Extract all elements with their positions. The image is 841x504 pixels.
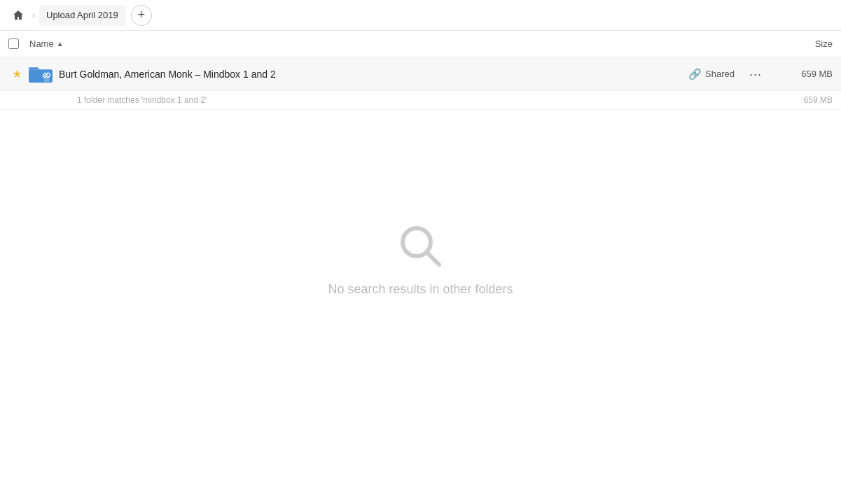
- breadcrumb-bar: › Upload April 2019 +: [0, 0, 841, 31]
- file-size-text: 659 MB: [801, 69, 833, 79]
- add-button[interactable]: +: [131, 5, 152, 26]
- shared-label-text: Shared: [705, 69, 735, 79]
- current-folder-label: Upload April 2019: [46, 10, 118, 20]
- file-list-item[interactable]: ★ Burt Goldman, American Monk – Mindbox …: [0, 57, 841, 91]
- breadcrumb-separator: ›: [32, 10, 35, 20]
- shared-badge: 🔗 Shared: [688, 68, 735, 80]
- empty-search-icon: [396, 222, 445, 271]
- match-info-text: 1 folder matches 'mindbox 1 and 2': [77, 95, 777, 105]
- more-icon: ···: [749, 68, 762, 80]
- svg-rect-2: [44, 75, 50, 81]
- current-folder-breadcrumb[interactable]: Upload April 2019: [39, 5, 125, 26]
- empty-state-text: No search results in other folders: [328, 282, 513, 296]
- match-info-size-text: 659 MB: [804, 95, 833, 105]
- select-all-checkbox-cell[interactable]: [8, 38, 29, 49]
- column-header-row: Name ▲ Size: [0, 31, 841, 57]
- name-column-label: Name: [29, 38, 54, 49]
- svg-line-4: [426, 252, 439, 265]
- name-column-header[interactable]: Name ▲: [29, 38, 763, 49]
- match-info-label: 1 folder matches 'mindbox 1 and 2': [77, 95, 207, 105]
- empty-state-message: No search results in other folders: [328, 282, 513, 297]
- folder-icon: [28, 62, 53, 87]
- add-icon: +: [137, 8, 145, 22]
- star-button[interactable]: ★: [8, 67, 25, 80]
- star-icon: ★: [12, 67, 22, 80]
- link-icon: 🔗: [688, 68, 702, 80]
- size-column-label: Size: [815, 38, 833, 49]
- home-breadcrumb[interactable]: [8, 6, 28, 25]
- size-column-header: Size: [763, 38, 833, 49]
- match-info-row: 1 folder matches 'mindbox 1 and 2' 659 M…: [0, 91, 841, 110]
- match-info-size: 659 MB: [777, 95, 833, 105]
- folder-name-text: Burt Goldman, American Monk – Mindbox 1 …: [59, 69, 276, 80]
- more-options-button[interactable]: ···: [746, 64, 765, 84]
- sort-arrow-icon: ▲: [57, 40, 64, 48]
- file-size-label: 659 MB: [777, 69, 833, 79]
- file-name-label: Burt Goldman, American Monk – Mindbox 1 …: [59, 69, 688, 80]
- select-all-checkbox[interactable]: [8, 38, 19, 49]
- empty-state: No search results in other folders: [0, 222, 841, 297]
